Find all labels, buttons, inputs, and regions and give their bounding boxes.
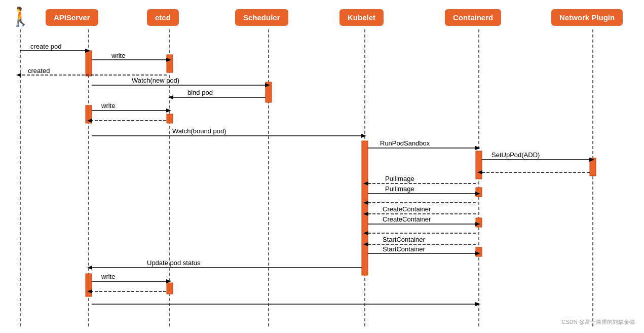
actor-kubelet: Kubelet	[339, 9, 384, 26]
svg-text:Watch(bound pod): Watch(bound pod)	[172, 127, 226, 135]
svg-text:create pod: create pod	[30, 43, 61, 50]
svg-marker-30	[265, 83, 270, 87]
sequence-diagram: 🚶 APIServer etcd Scheduler Kubelet Conta…	[0, 0, 644, 333]
svg-text:CreateContainer: CreateContainer	[383, 215, 431, 223]
svg-text:Watch(new pod): Watch(new pod)	[132, 77, 179, 84]
svg-rect-17	[476, 218, 482, 227]
svg-marker-71	[475, 251, 480, 255]
svg-marker-21	[85, 49, 90, 53]
actor-containerd: Containerd	[445, 9, 501, 26]
svg-marker-55	[475, 192, 480, 196]
svg-rect-9	[86, 274, 92, 297]
svg-rect-14	[362, 141, 368, 275]
svg-marker-58	[363, 201, 368, 205]
actor-netplugin: Network Plugin	[551, 9, 623, 26]
svg-text:bind pod: bind pod	[187, 89, 213, 96]
svg-text:write: write	[101, 273, 115, 280]
watermark: CSDN @富士康质的刘缺金磁	[562, 318, 635, 326]
svg-rect-18	[476, 247, 482, 256]
svg-marker-60	[363, 212, 368, 216]
svg-text:PullImage: PullImage	[385, 185, 414, 193]
svg-marker-66	[363, 231, 368, 235]
svg-rect-7	[86, 51, 92, 76]
svg-text:write: write	[101, 102, 115, 109]
svg-marker-63	[475, 222, 480, 226]
svg-text:SetUpPod(ADD): SetUpPod(ADD)	[491, 151, 540, 159]
svg-marker-47	[589, 158, 594, 162]
svg-text:PullImage: PullImage	[385, 175, 414, 182]
svg-marker-36	[166, 108, 171, 113]
svg-text:Update pod status: Update pod status	[147, 259, 201, 267]
svg-marker-50	[477, 170, 482, 174]
actor-apiserver: APIServer	[46, 9, 98, 26]
user-figure: 🚶	[9, 6, 32, 27]
svg-text:StartContainer: StartContainer	[383, 236, 425, 243]
svg-text:RunPodSandbox: RunPodSandbox	[380, 139, 430, 147]
svg-rect-13	[266, 82, 272, 102]
svg-rect-19	[590, 158, 596, 176]
svg-text:CreateContainer: CreateContainer	[383, 205, 431, 213]
diagram-svg: create pod write created Watch(new pod) …	[0, 0, 644, 333]
actor-scheduler: Scheduler	[235, 9, 288, 26]
svg-text:created: created	[28, 67, 50, 75]
svg-text:write: write	[111, 52, 125, 59]
svg-marker-68	[363, 242, 368, 246]
svg-marker-24	[166, 58, 171, 62]
svg-marker-77	[166, 279, 171, 283]
svg-marker-82	[475, 302, 480, 306]
svg-rect-11	[167, 114, 173, 123]
svg-marker-80	[87, 289, 92, 293]
svg-rect-10	[167, 55, 173, 72]
svg-rect-12	[167, 283, 173, 294]
svg-marker-74	[87, 266, 92, 270]
actor-etcd: etcd	[147, 9, 179, 26]
svg-marker-52	[363, 181, 368, 186]
svg-marker-27	[16, 73, 21, 77]
svg-marker-44	[475, 146, 480, 150]
svg-marker-39	[87, 119, 92, 123]
svg-marker-33	[168, 95, 173, 99]
svg-rect-15	[476, 151, 482, 179]
svg-rect-16	[476, 188, 482, 197]
svg-rect-8	[86, 105, 92, 123]
svg-marker-41	[361, 134, 366, 138]
svg-text:StartContainer: StartContainer	[383, 245, 425, 253]
